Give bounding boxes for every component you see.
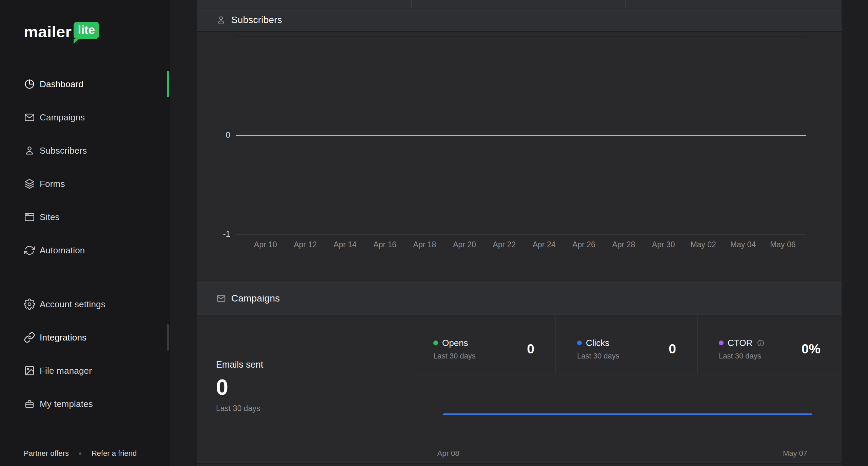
template-box-icon	[24, 398, 35, 410]
x-axis-tick: Apr 12	[290, 239, 321, 250]
stat-label: Clicks	[586, 338, 609, 348]
sidebar-item-my-templates[interactable]: My templates	[0, 387, 169, 421]
ctor-dot	[719, 341, 724, 345]
envelope-icon	[24, 112, 35, 123]
sidebar: mailer lite Dashboard Campaigns	[0, 0, 170, 466]
x-axis-tick: Apr 28	[608, 239, 639, 250]
sidebar-item-label: Automation	[40, 245, 85, 256]
sidebar-item-account-settings[interactable]: Account settings	[0, 288, 169, 321]
info-icon[interactable]	[756, 339, 765, 347]
sidebar-item-label: Campaigns	[40, 112, 85, 123]
x-axis-tick: Apr 08	[428, 448, 469, 459]
sidebar-footer: Partner offers Refer a friend	[24, 449, 137, 458]
dashboard-pie-icon	[24, 78, 35, 90]
x-axis-tick: May 02	[688, 239, 719, 250]
opens-dot	[433, 341, 438, 345]
sidebar-item-subscribers[interactable]: Subscribers	[0, 134, 169, 167]
sidebar-item-label: File manager	[40, 366, 92, 376]
image-icon	[24, 365, 35, 376]
x-axis-tick: Apr 18	[409, 239, 440, 250]
sidebar-item-forms[interactable]: Forms	[0, 167, 169, 200]
next-panel-edge	[197, 464, 842, 466]
column-divider	[625, 0, 626, 8]
subscribers-panel-header: Subscribers	[197, 9, 842, 31]
ctor-stat: CTOR Last 30 days 0%	[698, 315, 842, 374]
x-axis-tick: Apr 24	[529, 239, 560, 250]
browser-window-icon	[24, 211, 35, 223]
link-icon	[24, 332, 35, 343]
sidebar-item-integrations[interactable]: Integrations	[0, 321, 169, 354]
y-axis-tick: -1	[204, 229, 230, 239]
x-axis-tick: May 07	[775, 448, 815, 459]
person-icon	[24, 145, 35, 156]
sidebar-item-dashboard[interactable]: Dashboard	[0, 67, 169, 101]
sidebar-main-nav: Dashboard Campaigns Subscribers	[0, 67, 169, 267]
sidebar-item-label: My templates	[40, 399, 93, 409]
envelope-icon	[216, 293, 226, 304]
y-axis-tick: 0	[204, 130, 230, 140]
x-axis: Apr 10 Apr 12 Apr 14 Apr 16 Apr 18 Apr 2…	[250, 239, 798, 250]
campaign-stats-row: Opens Last 30 days 0 Clicks Last 30 days…	[412, 315, 842, 374]
stat-label: Opens	[442, 338, 468, 348]
hover-indicator	[167, 324, 169, 351]
x-axis-tick: Apr 30	[648, 239, 679, 250]
partner-offers-link[interactable]: Partner offers	[24, 449, 69, 458]
opens-stat: Opens Last 30 days 0	[412, 315, 556, 374]
active-indicator	[167, 71, 169, 97]
sidebar-item-label: Dashboard	[40, 79, 83, 90]
sidebar-item-file-manager[interactable]: File manager	[0, 354, 169, 387]
x-axis-tick: Apr 22	[489, 239, 520, 250]
stat-period: Last 30 days	[719, 352, 765, 361]
clicks-dot	[577, 341, 582, 345]
stat-period: Last 30 days	[216, 404, 263, 413]
campaigns-chart: Apr 08 May 07	[412, 374, 842, 463]
sidebar-item-label: Sites	[40, 212, 60, 222]
x-axis-tick: Apr 16	[369, 239, 400, 250]
sidebar-item-label: Subscribers	[40, 145, 87, 156]
x-axis-tick: May 06	[767, 239, 798, 250]
stat-label: Emails sent	[216, 360, 263, 370]
gridline-plus1	[236, 36, 806, 37]
panel-title: Subscribers	[231, 15, 282, 25]
sidebar-item-label: Forms	[40, 179, 65, 189]
mailerlite-logo[interactable]: mailer lite	[24, 22, 99, 42]
sidebar-secondary-nav: Account settings Integrations File manag…	[0, 288, 169, 421]
logo-text-mailer: mailer	[24, 22, 72, 42]
dot-separator	[79, 452, 81, 455]
clicks-stat: Clicks Last 30 days 0	[556, 315, 698, 374]
sync-arrows-icon	[24, 245, 35, 256]
sidebar-item-sites[interactable]: Sites	[0, 200, 169, 234]
ctor-value: 0%	[802, 342, 821, 356]
stat-period: Last 30 days	[433, 352, 476, 361]
emails-sent-stat: Emails sent 0 Last 30 days	[216, 360, 263, 413]
emails-sent-value: 0	[216, 377, 263, 398]
x-axis-tick: Apr 14	[330, 239, 361, 250]
subscribers-chart: 0 -1 Apr 10 Apr 12 Apr 14 Apr 16 Apr 18 …	[197, 32, 842, 282]
stat-period: Last 30 days	[577, 352, 619, 361]
clicks-value: 0	[669, 342, 676, 356]
stat-label: CTOR	[728, 338, 752, 348]
person-icon	[216, 15, 226, 25]
x-axis-tick: May 04	[728, 239, 759, 250]
x-axis-tick: Apr 10	[250, 239, 281, 250]
logo-lite-bubble: lite	[74, 22, 99, 39]
x-axis-tick: Apr 20	[449, 239, 480, 250]
sidebar-item-label: Account settings	[40, 299, 105, 310]
gear-icon	[24, 298, 35, 310]
gridline-minus1	[236, 234, 806, 235]
campaigns-flat-line	[443, 413, 812, 415]
dashboard-content: Subscribers 0 -1 Apr 10 Apr 12 Apr 14 Ap…	[197, 0, 842, 466]
column-divider	[411, 0, 412, 8]
layers-icon	[24, 178, 35, 190]
sidebar-item-label: Integrations	[40, 332, 86, 343]
sidebar-item-campaigns[interactable]: Campaigns	[0, 101, 169, 134]
opens-value: 0	[527, 342, 534, 356]
campaigns-panel-body: Emails sent 0 Last 30 days Opens Last 30…	[197, 315, 842, 463]
refer-a-friend-link[interactable]: Refer a friend	[92, 449, 137, 458]
zero-baseline	[236, 135, 806, 136]
sidebar-item-automation[interactable]: Automation	[0, 234, 169, 267]
previous-panel-edge	[197, 0, 842, 8]
campaigns-panel-header: Campaigns	[197, 282, 842, 315]
panel-title: Campaigns	[231, 293, 280, 304]
x-axis-tick: Apr 26	[568, 239, 599, 250]
